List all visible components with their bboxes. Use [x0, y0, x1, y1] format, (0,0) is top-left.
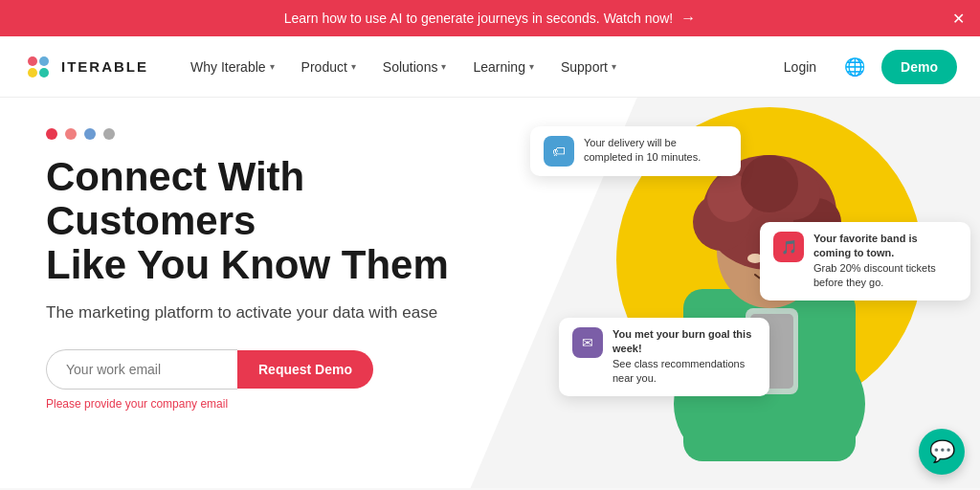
dot-gray [103, 128, 115, 140]
chevron-down-icon: ▾ [612, 61, 616, 72]
announcement-close[interactable]: ✕ [952, 10, 965, 28]
chevron-down-icon: ▾ [351, 61, 356, 72]
hero-content: Connect With Customers Like You Know The… [0, 98, 536, 441]
hero-section: Connect With Customers Like You Know The… [0, 98, 980, 488]
notification-card-burn: ✉ You met your burn goal this week! See … [559, 318, 769, 396]
chat-button[interactable]: 💬 [919, 429, 965, 475]
dot-pink [65, 128, 77, 140]
svg-point-2 [28, 68, 37, 78]
logo[interactable]: ITERABLE [23, 52, 148, 82]
hero-title: Connect With Customers Like You Know The… [46, 155, 490, 288]
nav-right: Login 🌐 Demo [772, 50, 957, 84]
logo-icon [23, 52, 54, 82]
email-error-message: Please provide your company email [46, 397, 490, 411]
login-button[interactable]: Login [772, 52, 828, 82]
announcement-text: Learn how to use AI to generate journeys… [284, 11, 674, 26]
chat-icon: 💬 [929, 439, 955, 464]
announcement-arrow: → [680, 10, 696, 27]
logo-text: ITERABLE [61, 58, 148, 75]
svg-point-0 [28, 56, 37, 66]
nav-item-solutions[interactable]: Solutions ▾ [371, 52, 458, 82]
chevron-down-icon: ▾ [529, 61, 534, 72]
hero-dots [46, 128, 490, 140]
nav-item-learning[interactable]: Learning ▾ [461, 52, 546, 82]
hero-subtitle: The marketing platform to activate your … [46, 303, 490, 323]
band-icon: 🎵 [773, 232, 804, 262]
email-input[interactable] [46, 349, 237, 390]
delivery-notification-text: Your delivery will be completed in 10 mi… [584, 136, 727, 166]
nav-links: Why Iterable ▾ Product ▾ Solutions ▾ Lea… [179, 52, 772, 82]
burn-notification-text: You met your burn goal this week! See cl… [612, 327, 756, 387]
hero-visual: 🏷 Your delivery will be completed in 10 … [501, 98, 980, 488]
nav-item-why-iterable[interactable]: Why Iterable ▾ [179, 52, 286, 82]
navbar: ITERABLE Why Iterable ▾ Product ▾ Soluti… [0, 36, 980, 98]
email-form: Request Demo [46, 349, 490, 390]
dot-red [46, 128, 57, 140]
nav-item-support[interactable]: Support ▾ [549, 52, 628, 82]
delivery-icon: 🏷 [544, 136, 574, 167]
band-notification-text: Your favorite band is coming to town. Gr… [813, 232, 957, 291]
demo-button[interactable]: Demo [881, 50, 957, 84]
nav-item-product[interactable]: Product ▾ [290, 52, 368, 82]
notification-card-band: 🎵 Your favorite band is coming to town. … [760, 222, 970, 301]
burn-icon: ✉ [572, 327, 603, 358]
request-demo-button[interactable]: Request Demo [237, 350, 373, 389]
dot-blue [84, 128, 96, 140]
svg-point-1 [39, 56, 49, 66]
announcement-bar: Learn how to use AI to generate journeys… [0, 0, 980, 36]
notification-card-delivery: 🏷 Your delivery will be completed in 10 … [530, 126, 741, 176]
chevron-down-icon: ▾ [270, 61, 275, 72]
globe-icon[interactable]: 🌐 [839, 52, 870, 82]
svg-point-12 [741, 155, 798, 212]
chevron-down-icon: ▾ [441, 61, 446, 72]
svg-point-3 [39, 68, 49, 78]
